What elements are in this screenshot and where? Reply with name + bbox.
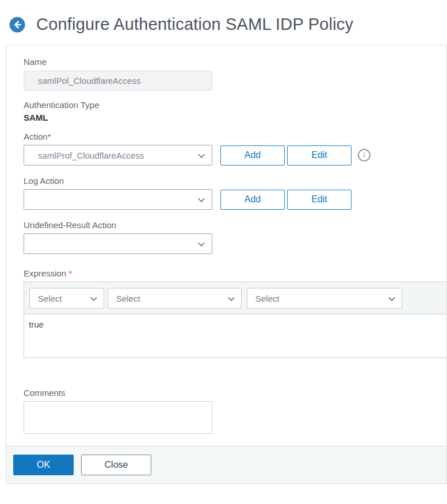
- expression-editor: Select Select Select: [24, 282, 446, 358]
- close-button[interactable]: Close: [81, 455, 151, 475]
- back-arrow-icon: [9, 26, 25, 34]
- expression-input[interactable]: true: [24, 314, 446, 357]
- action-add-button[interactable]: Add: [220, 145, 285, 166]
- expression-select-1-value: Select: [38, 294, 62, 303]
- expression-select-2[interactable]: Select: [108, 288, 242, 309]
- log-action-select[interactable]: [24, 189, 212, 210]
- undefined-result-action-select[interactable]: [24, 233, 212, 254]
- action-edit-button[interactable]: Edit: [287, 145, 352, 166]
- expression-label-text: Expression: [24, 268, 66, 278]
- chevron-down-icon: [197, 151, 206, 162]
- log-action-edit-button[interactable]: Edit: [287, 190, 352, 210]
- auth-type-value: SAML: [24, 113, 446, 122]
- action-select[interactable]: samlProf_CloudflareAccess: [24, 145, 212, 166]
- expression-select-1[interactable]: Select: [29, 288, 104, 309]
- back-button[interactable]: [9, 17, 25, 33]
- auth-type-label: Authentication Type: [24, 100, 446, 110]
- name-label: Name: [24, 57, 446, 67]
- expression-label: Expression *: [24, 268, 446, 278]
- name-input: [24, 71, 212, 91]
- saml-idp-policy-form-panel: Name Authentication Type SAML Action* sa…: [6, 45, 447, 484]
- ok-button[interactable]: OK: [13, 455, 74, 475]
- page-title: Configure Authentication SAML IDP Policy: [36, 15, 353, 34]
- chevron-down-icon: [387, 294, 396, 305]
- info-icon[interactable]: i: [358, 149, 370, 161]
- expression-toolbar: Select Select Select: [24, 282, 446, 314]
- expression-select-3-value: Select: [255, 294, 280, 303]
- chevron-down-icon: [197, 195, 206, 206]
- page-header: Configure Authentication SAML IDP Policy: [0, 0, 447, 34]
- action-select-value: samlProf_CloudflareAccess: [38, 151, 144, 160]
- chevron-down-icon: [197, 240, 206, 251]
- log-action-label: Log Action: [24, 176, 446, 186]
- log-action-add-button[interactable]: Add: [220, 190, 285, 210]
- form-footer: OK Close: [6, 446, 446, 483]
- chevron-down-icon: [227, 294, 236, 305]
- expression-select-3[interactable]: Select: [247, 288, 402, 309]
- chevron-down-icon: [89, 294, 98, 305]
- expression-select-2-value: Select: [116, 294, 140, 303]
- undefined-result-action-label: Undefined-Result Action: [24, 220, 446, 230]
- required-asterisk: *: [68, 268, 72, 278]
- action-label: Action*: [24, 132, 446, 141]
- comments-label: Comments: [24, 388, 446, 398]
- comments-input[interactable]: [24, 401, 212, 434]
